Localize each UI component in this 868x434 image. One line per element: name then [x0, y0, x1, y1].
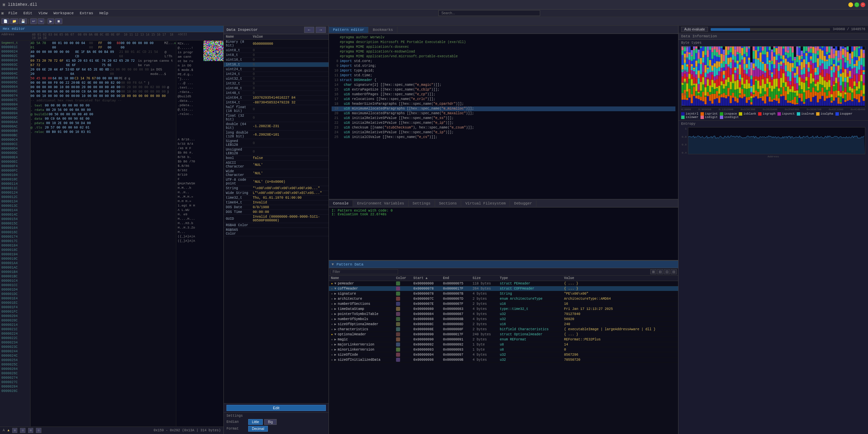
run-button[interactable]: ▶	[47, 18, 54, 24]
pe-header: Pattern editor Bookmarks	[329, 26, 678, 34]
entropy-chart	[688, 127, 865, 154]
entropy-title: Entropy	[681, 122, 865, 126]
eval-progress-bar	[711, 28, 830, 31]
tab-debugger[interactable]: Debugger	[510, 200, 536, 206]
tab-env-vars[interactable]: Environment Variables	[353, 200, 409, 206]
pd-title: Pattern Data	[337, 262, 363, 267]
chart-legend: iscntrl isprint isspace isblank isgraph …	[681, 112, 865, 119]
di-value-header: Value	[251, 34, 329, 40]
hex-bottom-bar: A ▲ ⊞ ⊟ ⊠ ⊡ 0x159 - 0x292 (0x13A | 314 b…	[0, 427, 223, 434]
tab-console[interactable]: Console	[329, 200, 353, 206]
main-layout: Hex editor Address 40 01 02 03 04 05 06 …	[0, 26, 868, 434]
console-log-2: I: Evaluation took 22.6748s	[332, 213, 675, 216]
console-area: Console Environment Variables Settings S…	[329, 199, 678, 260]
data-inspector-panel: Data Inspector ← → Name Value Binary (8 …	[224, 26, 329, 434]
pd-toolbar: ⊞ ⊟ ⊡ ⊟	[329, 268, 678, 276]
title-bar: ▣ libimhex.dll – □ ×	[0, 0, 868, 9]
maximize-button[interactable]: □	[854, 2, 859, 7]
eval-progress-text: 349960 / 1048576	[833, 27, 865, 31]
new-button[interactable]: 📄	[1, 18, 9, 24]
tab-settings[interactable]: Settings	[409, 200, 435, 206]
di-name-header: Name	[224, 34, 251, 40]
redo-button[interactable]: ↪	[38, 18, 44, 24]
pd-col-size[interactable]: Size	[471, 276, 498, 281]
hex-content[interactable]: Segment_t 0000001C 00000024 0000002C 000…	[0, 41, 223, 427]
pd-sort[interactable]: ⊡	[664, 269, 670, 274]
pe-content[interactable]: #pragma author WerWolv #pragma descripti…	[329, 34, 678, 199]
pd-header: ▼ Pattern Data	[329, 261, 678, 268]
menu-help[interactable]: Help	[97, 11, 111, 16]
auto-eval-bar: Auto evaluate 349960 / 1048576	[678, 26, 868, 33]
data-inspector-header: Data Inspector ← →	[224, 26, 329, 34]
close-button[interactable]: ×	[861, 2, 865, 7]
right-info-panel: Auto evaluate 349960 / 1048576 Data Info…	[678, 26, 868, 434]
open-button[interactable]: 📁	[10, 18, 18, 24]
edit-button[interactable]: Edit	[226, 405, 326, 411]
menu-bar: ▣ File Edit View Workspace Extras Help	[0, 9, 868, 17]
byte-types-title: Byte types	[681, 41, 865, 45]
menu-workspace[interactable]: Workspace	[51, 11, 76, 16]
stop-button[interactable]: ⏹	[55, 18, 62, 24]
tab-sections[interactable]: Sections	[435, 200, 461, 206]
pd-collapse-all[interactable]: ⊞	[650, 269, 656, 274]
menu-edit[interactable]: Edit	[21, 11, 35, 16]
right-panel: Pattern editor Bookmarks #pragma author …	[329, 26, 868, 434]
save-button[interactable]: 💾	[19, 18, 27, 24]
minimize-button[interactable]: –	[848, 2, 853, 7]
hex-editor-panel: Hex editor Address 40 01 02 03 04 05 06 …	[0, 26, 224, 434]
di-prev-button[interactable]: ←	[304, 27, 314, 33]
pattern-data-panel: ▼ Pattern Data ⊞ ⊟ ⊡ ⊟ Name	[329, 260, 678, 434]
byte-chart	[681, 46, 865, 107]
di-settings: Settings Endian Little Big Format Decima…	[224, 412, 329, 434]
hex-selection-info: 0x159 - 0x292 (0x13A | 314 bytes)	[154, 429, 221, 432]
tab-pattern-editor[interactable]: Pattern editor	[329, 27, 369, 33]
hex-ascii-panel: MZx... @......! is progr am cann ot be r…	[176, 41, 223, 427]
pattern-editor-panel: Pattern editor Bookmarks #pragma author …	[329, 26, 678, 199]
endian-big-button[interactable]: Big	[264, 419, 276, 425]
filter-icon: ▼	[332, 262, 334, 267]
console-tabs: Console Environment Variables Settings S…	[329, 199, 678, 208]
pd-col-type[interactable]: Type	[498, 276, 562, 281]
pd-filter-input[interactable]	[330, 269, 398, 274]
di-table[interactable]: Name Value Binary (8 bit)0b00000000uint8…	[224, 34, 329, 403]
pd-expand-all[interactable]: ⊟	[657, 269, 663, 274]
pd-col-value[interactable]: Value	[562, 276, 678, 281]
tab-virtual-fs[interactable]: Virtual Filesystem	[461, 200, 510, 206]
entropy-section: Entropy 10.80.60.4 Address	[678, 121, 868, 159]
hex-bytes-container[interactable]: 4D 5A 78 0100 01 00 00 00 04 00 00 00 FF…	[31, 41, 176, 427]
pd-col-start[interactable]: Start ▲	[411, 276, 441, 281]
menu-extras[interactable]: Extras	[77, 11, 96, 16]
pd-table-container[interactable]: Name Color Start ▲ End Size Type Value ★…	[329, 276, 678, 434]
tab-bookmarks[interactable]: Bookmarks	[369, 27, 397, 33]
pd-col-color[interactable]: Color	[394, 276, 411, 281]
hex-addresses: Segment_t 0000001C 00000024 0000002C 000…	[0, 41, 31, 427]
di-next-button[interactable]: →	[316, 27, 326, 33]
search-input[interactable]	[438, 10, 540, 16]
toolbar: 📄 📁 💾 ↩ ↪ ▶ ⏹	[0, 17, 868, 26]
format-decimal-button[interactable]: Decimal	[248, 426, 268, 432]
pd-export[interactable]: ⊟	[671, 269, 677, 274]
pd-col-name[interactable]: Name	[329, 276, 394, 281]
pd-col-end[interactable]: End	[441, 276, 470, 281]
app-title: libimhex.dll	[8, 2, 37, 7]
auto-evaluate-button[interactable]: Auto evaluate	[681, 27, 708, 32]
menu-file[interactable]: File	[6, 11, 20, 16]
console-log-1: I: Pattern exited with code: 0	[332, 209, 675, 213]
console-content: I: Pattern exited with code: 0 I: Evalua…	[329, 208, 678, 260]
menu-view[interactable]: View	[36, 11, 50, 16]
byte-types-section: Byte types 0:00000:9096800:13120000x1C9C…	[678, 40, 868, 121]
hex-editor-header: Hex editor	[0, 26, 223, 32]
undo-button[interactable]: ↩	[30, 18, 37, 24]
data-info-label: Data Information	[678, 33, 868, 40]
endian-little-button[interactable]: Little	[248, 419, 263, 425]
